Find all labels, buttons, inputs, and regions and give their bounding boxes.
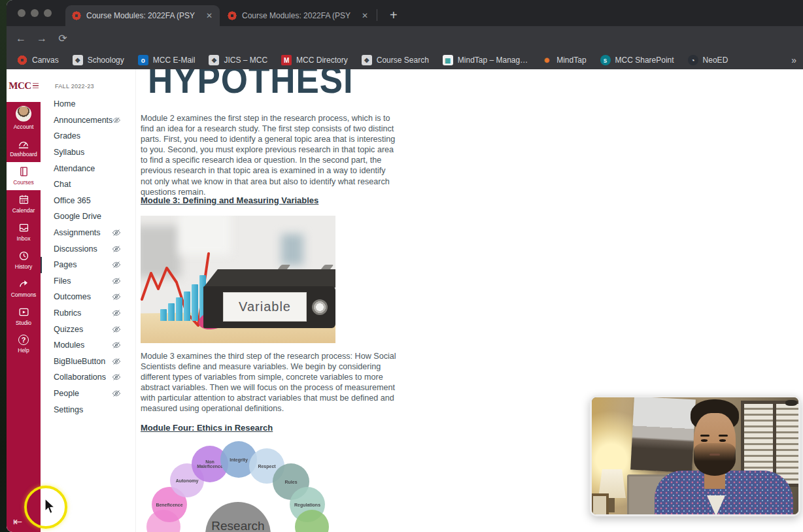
bookmark-favicon-icon: s bbox=[600, 55, 611, 65]
ceiling-object bbox=[785, 400, 797, 406]
course-nav-item[interactable]: Pages bbox=[41, 257, 135, 273]
course-nav-item[interactable]: Quizzes bbox=[41, 321, 135, 337]
bookmark-item[interactable]: M MCC Directory bbox=[281, 55, 348, 65]
sidebar-item-calendar[interactable]: Calendar bbox=[7, 190, 41, 218]
course-nav-label: People bbox=[54, 389, 112, 398]
webcam-video[interactable] bbox=[590, 395, 800, 516]
course-nav-item[interactable]: Syllabus bbox=[41, 144, 135, 161]
course-nav-item[interactable]: Announcements bbox=[41, 112, 135, 129]
course-nav-item[interactable]: Office 365 bbox=[41, 193, 135, 209]
sidebar-item-account[interactable]: Account bbox=[7, 102, 41, 135]
hypothesis-heading-image: HYPOTHESIS bbox=[148, 69, 350, 96]
hidden-eye-icon bbox=[112, 116, 121, 125]
course-nav-item[interactable]: Settings bbox=[41, 401, 135, 418]
bookmark-item[interactable]: Canvas bbox=[17, 55, 59, 65]
course-nav-item[interactable]: Outcomes bbox=[41, 289, 135, 305]
account-avatar bbox=[16, 106, 31, 122]
bookmark-label: Canvas bbox=[32, 56, 59, 65]
sidebar-item-help[interactable]: ? Help bbox=[7, 331, 41, 358]
studio-icon bbox=[18, 307, 29, 318]
course-nav-label: Files bbox=[54, 276, 112, 286]
canvas-global-nav: MCC Account Dashboard Courses bbox=[7, 69, 41, 532]
course-nav-item[interactable]: Attendance bbox=[41, 160, 135, 176]
course-nav: FALL 2022-23 Home Announcements bbox=[41, 69, 136, 532]
commons-share-icon bbox=[18, 278, 29, 290]
macos-close-button[interactable] bbox=[18, 9, 26, 17]
person-beard bbox=[694, 443, 736, 476]
course-nav-item[interactable]: Rubrics bbox=[41, 305, 135, 322]
back-button[interactable]: ← bbox=[13, 31, 29, 46]
course-nav-item[interactable]: Collaborations bbox=[41, 369, 135, 386]
tab-close-icon[interactable]: ✕ bbox=[360, 10, 370, 21]
course-nav-item[interactable]: BigBlueButton bbox=[41, 354, 135, 370]
courses-book-icon bbox=[18, 166, 29, 177]
bookmark-label: MCC Directory bbox=[296, 56, 348, 65]
bookmark-item[interactable]: ❖ Course Search bbox=[362, 55, 429, 65]
bookmark-label: Schoology bbox=[88, 56, 124, 65]
course-nav-item[interactable]: Discussions bbox=[41, 241, 135, 257]
course-nav-item[interactable]: Files bbox=[41, 273, 135, 290]
sidebar-item-dashboard[interactable]: Dashboard bbox=[7, 135, 41, 162]
sidebar-item-courses[interactable]: Courses bbox=[7, 162, 41, 190]
new-tab-button[interactable]: + bbox=[386, 5, 402, 25]
course-nav-item[interactable]: Grades bbox=[41, 128, 135, 144]
tab-close-icon[interactable]: ✕ bbox=[204, 10, 214, 21]
tab-course-modules-2[interactable]: Course Modules: 2022FA (PSY ✕ bbox=[221, 5, 375, 26]
canvas-favicon-icon bbox=[72, 11, 81, 20]
eye bbox=[701, 439, 708, 442]
sidebar-item-history[interactable]: History bbox=[7, 246, 41, 274]
tab-title: Course Modules: 2022FA (PSY bbox=[86, 11, 200, 20]
course-nav-label: Pages bbox=[54, 260, 112, 269]
course-nav-label: Discussions bbox=[54, 244, 112, 254]
course-nav-label: Announcements bbox=[54, 116, 112, 125]
bookmark-item[interactable]: ❖ JICS – MCC bbox=[209, 55, 267, 65]
bookmark-item[interactable]: ❖ Schoology bbox=[73, 55, 124, 65]
course-nav-list: Home Announcements bbox=[41, 96, 135, 418]
variable-image: Variable bbox=[141, 216, 335, 343]
bookmark-item[interactable]: s MCC SharePoint bbox=[600, 55, 674, 65]
mcc-logo[interactable]: MCC bbox=[7, 69, 41, 102]
course-nav-label: Collaborations bbox=[54, 373, 112, 382]
binder-top bbox=[203, 269, 335, 288]
course-nav-item[interactable]: Modules bbox=[41, 337, 135, 354]
hidden-eye-icon bbox=[112, 260, 121, 269]
bookmark-favicon-icon: M bbox=[281, 55, 292, 65]
sidebar-item-studio[interactable]: Studio bbox=[7, 303, 41, 331]
hidden-eye-icon bbox=[112, 244, 121, 254]
tab-course-modules-1[interactable]: Course Modules: 2022FA (PSY ✕ bbox=[65, 5, 220, 26]
mouse-cursor bbox=[44, 498, 57, 515]
sidebar-item-inbox[interactable]: Inbox bbox=[7, 218, 41, 246]
browser-window: Course Modules: 2022FA (PSY ✕ Course Mod… bbox=[7, 0, 803, 532]
bookmark-item[interactable]: ✺ MindTap bbox=[541, 55, 586, 65]
course-nav-label: Quizzes bbox=[54, 325, 112, 334]
course-nav-label: Syllabus bbox=[54, 148, 112, 157]
collapse-nav-icon[interactable]: ⇤ bbox=[13, 515, 22, 529]
course-nav-item[interactable]: Home bbox=[41, 96, 135, 112]
course-nav-label: Office 365 bbox=[54, 196, 112, 205]
eye bbox=[719, 439, 726, 442]
small-picture-frame bbox=[590, 493, 609, 516]
reload-button[interactable]: ⟳ bbox=[55, 31, 71, 46]
history-clock-icon bbox=[18, 250, 29, 261]
course-nav-item[interactable]: Chat bbox=[41, 176, 135, 193]
module3-paragraph: Module 3 examines the third step of the … bbox=[141, 351, 398, 414]
browser-toolbar: ← → ⟳ mohave.instructure.com/courses/177… bbox=[7, 26, 803, 51]
bookmark-item[interactable]: ◔ NeoED bbox=[688, 55, 728, 65]
bookmarks-overflow-icon[interactable]: » bbox=[791, 55, 796, 65]
bookmark-label: Course Search bbox=[377, 56, 429, 65]
bookmark-favicon-icon: o bbox=[138, 55, 148, 65]
module4-link[interactable]: Module Four: Ethics in Research bbox=[141, 423, 273, 433]
bookmark-item[interactable]: o MCC E-Mail bbox=[138, 55, 196, 65]
macos-zoom-button[interactable] bbox=[44, 9, 52, 17]
course-nav-item[interactable]: Google Drive bbox=[41, 208, 135, 225]
bookmark-label: MCC SharePoint bbox=[615, 56, 674, 65]
bookmark-favicon-icon: ✺ bbox=[541, 55, 552, 65]
course-nav-label: Rubrics bbox=[54, 308, 112, 318]
course-nav-item[interactable]: Assignments bbox=[41, 225, 135, 241]
course-nav-item[interactable]: People bbox=[41, 386, 135, 402]
macos-minimize-button[interactable] bbox=[31, 9, 39, 17]
module3-link[interactable]: Module 3: Defining and Measuring Variabl… bbox=[141, 195, 318, 205]
sidebar-item-commons[interactable]: Commons bbox=[7, 274, 41, 303]
bookmark-item[interactable]: ▦ MindTap – Manag… bbox=[443, 55, 528, 65]
forward-button[interactable]: → bbox=[34, 31, 50, 46]
